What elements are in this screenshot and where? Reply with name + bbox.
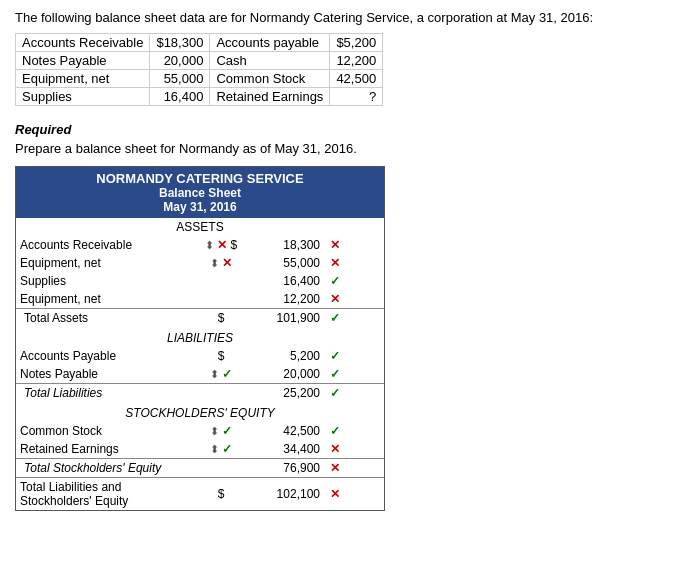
cs-row-label: Common Stock: [16, 422, 196, 440]
total-l-and-e-status: ✕: [326, 478, 384, 511]
cash-value: 12,200: [330, 52, 383, 70]
x-status-icon: ✕: [330, 256, 340, 270]
equip-value: 55,000: [150, 70, 210, 88]
table-row: Retained Earnings ⬍ ✓ 34,400 ✕: [16, 440, 384, 459]
bs-header: NORMANDY CATERING SERVICE Balance Sheet …: [16, 167, 384, 218]
stockholders-section-header: STOCKHOLDERS' EQUITY: [16, 402, 384, 422]
dollar-sign: $: [231, 238, 238, 252]
total-liab-status: ✓: [326, 384, 384, 403]
bs-date: May 31, 2016: [18, 200, 382, 214]
total-equity-label: Total Stockholders' Equity: [16, 459, 196, 478]
cs-status: ✓: [326, 422, 384, 440]
total-assets-value: 101,900: [246, 309, 326, 328]
ap-controls: $: [196, 347, 246, 365]
ap-row-label: Accounts Payable: [16, 347, 196, 365]
supplies-status: ✓: [326, 272, 384, 290]
cs-value: 42,500: [330, 70, 383, 88]
total-equity-dollar: [196, 459, 246, 478]
x-status-icon: ✕: [330, 442, 340, 456]
cash-row-label: Equipment, net: [16, 290, 196, 309]
supplies-row-value: 16,400: [246, 272, 326, 290]
total-liabilities-row: Total Liabilities 25,200 ✓: [16, 384, 384, 403]
balance-sheet: NORMANDY CATERING SERVICE Balance Sheet …: [15, 166, 385, 511]
assets-header: ASSETS: [16, 218, 384, 236]
np-status: ✓: [326, 365, 384, 384]
total-assets-label: Total Assets: [16, 309, 196, 328]
up-down-arrows-icon: ⬍: [210, 425, 219, 437]
total-liab-label: Total Liabilities: [16, 384, 196, 403]
np-row-value: 20,000: [246, 365, 326, 384]
check-status-icon: ✓: [330, 349, 340, 363]
ar-status: ✕: [326, 236, 384, 254]
check-icon: ✓: [222, 367, 232, 381]
ar-controls[interactable]: ⬍ ✕ $: [196, 236, 246, 254]
total-equity-value: 76,900: [246, 459, 326, 478]
re-row-value: 34,400: [246, 440, 326, 459]
re-controls[interactable]: ⬍ ✓: [196, 440, 246, 459]
up-down-arrows-icon: ⬍: [205, 239, 214, 251]
up-down-arrows-icon: ⬍: [210, 368, 219, 380]
total-assets-row: Total Assets $ 101,900 ✓: [16, 309, 384, 328]
cs-label: Common Stock: [210, 70, 330, 88]
table-row: Common Stock ⬍ ✓ 42,500 ✓: [16, 422, 384, 440]
total-l-and-e-value: 102,100: [246, 478, 326, 511]
total-liab-dollar: [196, 384, 246, 403]
table-row: Accounts Payable $ 5,200 ✓: [16, 347, 384, 365]
cs-row-value: 42,500: [246, 422, 326, 440]
supplies-row-label: Supplies: [16, 272, 196, 290]
total-l-and-e-dollar: $: [196, 478, 246, 511]
ap-row-value: 5,200: [246, 347, 326, 365]
prepare-text: Prepare a balance sheet for Normandy as …: [15, 141, 685, 156]
x-icon: ✕: [217, 238, 227, 252]
re-row-label: Retained Earnings: [16, 440, 196, 459]
equip-row-value: 55,000: [246, 254, 326, 272]
x-status-icon: ✕: [330, 461, 340, 475]
cash-label: Cash: [210, 52, 330, 70]
check-status-icon: ✓: [330, 424, 340, 438]
table-row: Accounts Receivable ⬍ ✕ $ 18,300 ✕: [16, 236, 384, 254]
cs-controls[interactable]: ⬍ ✓: [196, 422, 246, 440]
table-row: Notes Payable ⬍ ✓ 20,000 ✓: [16, 365, 384, 384]
table-row: Equipment, net 12,200 ✕: [16, 290, 384, 309]
supplies-value: 16,400: [150, 88, 210, 106]
re-status: ✕: [326, 440, 384, 459]
stockholders-header-label: STOCKHOLDERS' EQUITY: [16, 402, 384, 422]
ap-label: Accounts payable: [210, 34, 330, 52]
supplies-label: Supplies: [16, 88, 150, 106]
bs-table: ASSETS Accounts Receivable ⬍ ✕ $ 18,300 …: [16, 218, 384, 510]
ap-status: ✓: [326, 347, 384, 365]
cash-controls: [196, 290, 246, 309]
total-l-and-e-label: Total Liabilities and Stockholders' Equi…: [16, 478, 196, 511]
total-equity-status: ✕: [326, 459, 384, 478]
cash-status: ✕: [326, 290, 384, 309]
required-header: Required: [15, 122, 685, 137]
bs-title: Balance Sheet: [18, 186, 382, 200]
given-data-table: Accounts Receivable $18,300 Accounts pay…: [15, 33, 383, 106]
equip-controls[interactable]: ⬍ ✕: [196, 254, 246, 272]
equip-status: ✕: [326, 254, 384, 272]
ar-label: Accounts Receivable: [16, 34, 150, 52]
table-row: Supplies 16,400 ✓: [16, 272, 384, 290]
check-status-icon: ✓: [330, 311, 340, 325]
ar-row-label: Accounts Receivable: [16, 236, 196, 254]
total-l-and-e-row: Total Liabilities and Stockholders' Equi…: [16, 478, 384, 511]
check-status-icon: ✓: [330, 386, 340, 400]
x-status-icon: ✕: [330, 487, 340, 501]
ap-value: $5,200: [330, 34, 383, 52]
up-down-arrows-icon: ⬍: [210, 257, 219, 269]
np-value: 20,000: [150, 52, 210, 70]
up-down-arrows-icon: ⬍: [210, 443, 219, 455]
liabilities-header-label: LIABILITIES: [16, 327, 384, 347]
re-label: Retained Earnings: [210, 88, 330, 106]
liabilities-section-header: LIABILITIES: [16, 327, 384, 347]
total-equity-row: Total Stockholders' Equity 76,900 ✕: [16, 459, 384, 478]
check-status-icon: ✓: [330, 367, 340, 381]
np-row-label: Notes Payable: [16, 365, 196, 384]
total-liab-value: 25,200: [246, 384, 326, 403]
x-status-icon: ✕: [330, 238, 340, 252]
intro-text: The following balance sheet data are for…: [15, 10, 685, 25]
cash-row-value: 12,200: [246, 290, 326, 309]
np-controls[interactable]: ⬍ ✓: [196, 365, 246, 384]
equip-label: Equipment, net: [16, 70, 150, 88]
ar-value: $18,300: [150, 34, 210, 52]
